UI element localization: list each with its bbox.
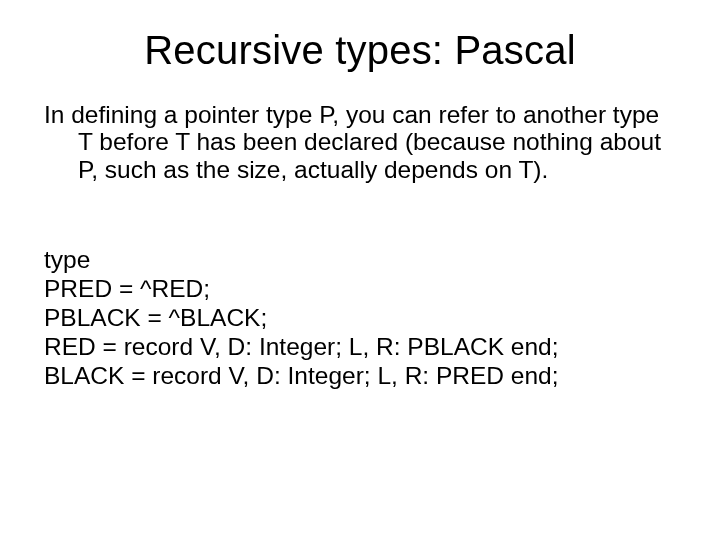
slide: Recursive types: Pascal In defining a po… xyxy=(0,0,720,540)
code-line-3: PBLACK = ^BLACK; xyxy=(44,304,267,331)
code-line-4: RED = record V, D: Integer; L, R: PBLACK… xyxy=(44,333,559,360)
explanation-text: In defining a pointer type P, you can re… xyxy=(44,101,676,183)
code-line-1: type xyxy=(44,246,90,273)
slide-title: Recursive types: Pascal xyxy=(44,28,676,73)
code-line-2: PRED = ^RED; xyxy=(44,275,210,302)
code-block: type PRED = ^RED; PBLACK = ^BLACK; RED =… xyxy=(44,217,676,419)
code-line-5: BLACK = record V, D: Integer; L, R: PRED… xyxy=(44,362,559,389)
explanation-paragraph: In defining a pointer type P, you can re… xyxy=(44,101,676,183)
